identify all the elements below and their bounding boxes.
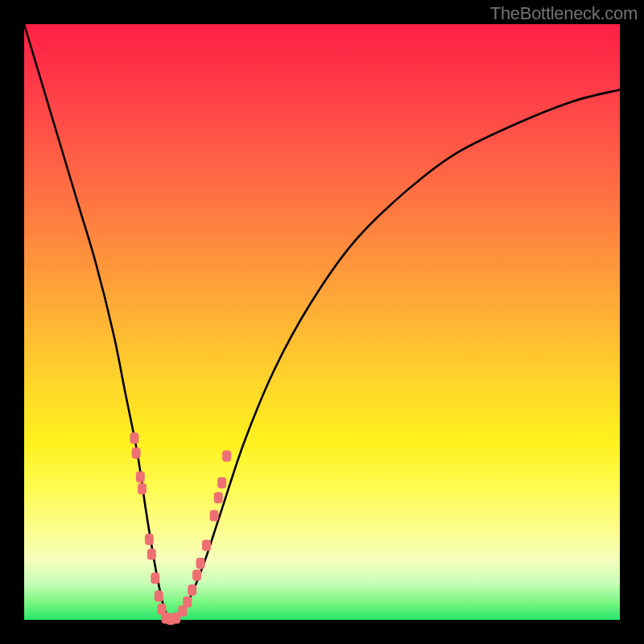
highlight-marker <box>202 540 211 551</box>
highlight-marker <box>196 558 205 569</box>
highlight-marker <box>210 510 219 522</box>
highlight-marker <box>132 448 141 459</box>
highlight-marker <box>171 613 180 624</box>
chart-svg <box>24 24 620 620</box>
highlight-marker <box>155 590 163 601</box>
highlight-marker <box>222 451 231 462</box>
bottleneck-curve <box>24 24 620 620</box>
highlight-marker <box>145 534 154 545</box>
chart-frame: TheBottleneck.com <box>0 0 644 644</box>
watermark-text: TheBottleneck.com <box>490 3 638 24</box>
highlight-marker <box>214 492 223 503</box>
highlight-marker <box>183 597 192 608</box>
highlight-marker <box>188 584 196 596</box>
highlight-marker <box>136 471 145 482</box>
highlight-marker <box>151 572 159 584</box>
highlight-marker <box>130 432 138 444</box>
curve-layer <box>24 24 620 620</box>
highlight-marker <box>138 483 147 494</box>
highlight-marker <box>192 570 201 581</box>
highlight-marker <box>217 477 226 489</box>
highlight-marker <box>147 549 156 560</box>
plot-area <box>24 24 620 620</box>
